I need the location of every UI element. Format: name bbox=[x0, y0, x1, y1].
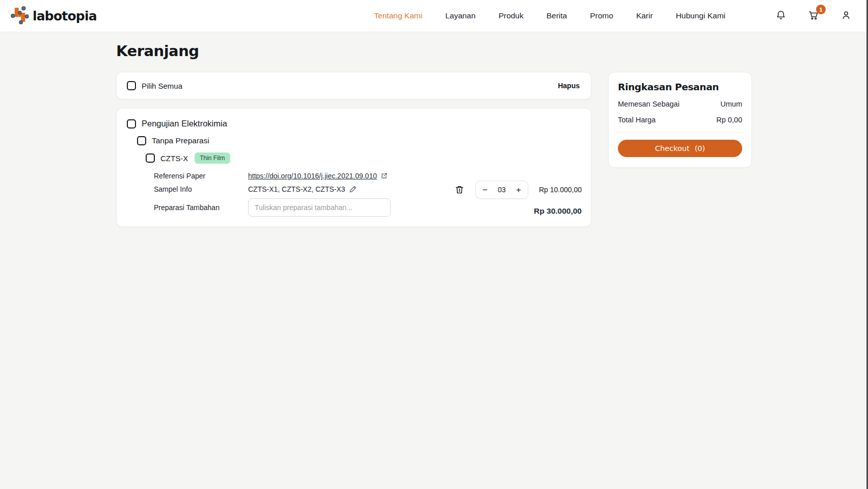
delete-item-icon[interactable] bbox=[454, 185, 465, 195]
unit-price: Rp 10.000,00 bbox=[539, 186, 582, 194]
item-subtotal: Rp 30.000,00 bbox=[534, 207, 582, 216]
total-price-label: Total Harga bbox=[618, 116, 656, 124]
summary-row-order-as: Memesan Sebagai Umum bbox=[618, 100, 742, 108]
header-icon-group: 1 bbox=[775, 10, 853, 22]
external-link-icon[interactable] bbox=[381, 172, 388, 179]
page-title: Keranjang bbox=[116, 42, 752, 60]
sample-info-value: CZTS-X1, CZTS-X2, CZTS-X3 bbox=[248, 185, 345, 193]
user-profile-icon[interactable] bbox=[840, 10, 853, 22]
nav-item-hubungi-kami[interactable]: Hubungi Kami bbox=[676, 11, 725, 20]
nav-item-produk[interactable]: Produk bbox=[499, 11, 524, 20]
preparation-checkbox[interactable] bbox=[137, 136, 146, 145]
main-content: Keranjang Pilih Semua Hapus Pengujian El… bbox=[0, 32, 868, 227]
cart-items-column: Pilih Semua Hapus Pengujian Elektrokimia… bbox=[116, 72, 591, 227]
cart-icon[interactable]: 1 bbox=[808, 10, 820, 22]
cart-item-card: Pengujian Elektrokimia Tanpa Preparasi C… bbox=[116, 108, 591, 227]
quantity-decrease-button[interactable]: − bbox=[482, 186, 487, 194]
product-name: CZTS-X bbox=[160, 154, 188, 163]
delete-selected-button[interactable]: Hapus bbox=[558, 82, 580, 90]
extra-preparation-label: Preparasi Tambahan bbox=[154, 203, 248, 212]
summary-divider bbox=[618, 132, 742, 133]
reference-paper-label: Referensi Paper bbox=[154, 172, 248, 180]
order-as-value: Umum bbox=[720, 100, 742, 108]
select-all-bar: Pilih Semua Hapus bbox=[116, 72, 591, 99]
reference-paper-link[interactable]: https://doi.org/10.1016/j.jiec.2021.09.0… bbox=[248, 172, 377, 180]
preparation-name: Tanpa Preparasi bbox=[152, 136, 209, 145]
nav-item-promo[interactable]: Promo bbox=[590, 11, 613, 20]
quantity-value: 03 bbox=[498, 186, 506, 194]
nav-item-berita[interactable]: Berita bbox=[547, 11, 567, 20]
order-as-label: Memesan Sebagai bbox=[618, 100, 680, 108]
item-actions: − 03 + Rp 10.000,00 bbox=[454, 181, 582, 199]
summary-row-total-price: Total Harga Rp 0,00 bbox=[618, 116, 742, 124]
order-summary-title: Ringkasan Pesanan bbox=[618, 82, 742, 92]
service-checkbox[interactable] bbox=[127, 119, 136, 128]
sample-info-label: Sampel Info bbox=[154, 185, 248, 193]
order-summary-card: Ringkasan Pesanan Memesan Sebagai Umum T… bbox=[608, 72, 752, 168]
brand-logo-icon bbox=[9, 4, 31, 28]
quantity-stepper: − 03 + bbox=[475, 181, 528, 199]
main-nav: Tentang Kami Layanan Produk Berita Promo… bbox=[374, 11, 725, 20]
brand-logo[interactable]: labotopia bbox=[9, 4, 97, 28]
nav-item-karir[interactable]: Karir bbox=[636, 11, 653, 20]
top-navigation-bar: labotopia Tentang Kami Layanan Produk Be… bbox=[0, 0, 868, 32]
notification-bell-icon[interactable] bbox=[775, 10, 788, 22]
extra-preparation-input[interactable] bbox=[248, 198, 391, 217]
total-price-value: Rp 0,00 bbox=[716, 116, 742, 124]
select-all-checkbox[interactable] bbox=[127, 81, 136, 90]
brand-name: labotopia bbox=[33, 9, 97, 23]
nav-item-layanan[interactable]: Layanan bbox=[445, 11, 475, 20]
select-all-label: Pilih Semua bbox=[142, 82, 182, 90]
checkout-label: Checkout bbox=[655, 144, 690, 152]
checkout-button[interactable]: Checkout (0) bbox=[618, 140, 742, 157]
edit-sample-icon[interactable] bbox=[349, 185, 357, 193]
nav-item-tentang-kami[interactable]: Tentang Kami bbox=[374, 11, 422, 20]
product-checkbox[interactable] bbox=[146, 153, 155, 163]
checkout-count: (0) bbox=[695, 144, 706, 152]
service-name: Pengujian Elektrokimia bbox=[142, 119, 227, 128]
cart-badge: 1 bbox=[816, 5, 826, 14]
product-type-badge: Thin Film bbox=[195, 152, 230, 164]
quantity-increase-button[interactable]: + bbox=[516, 186, 521, 194]
